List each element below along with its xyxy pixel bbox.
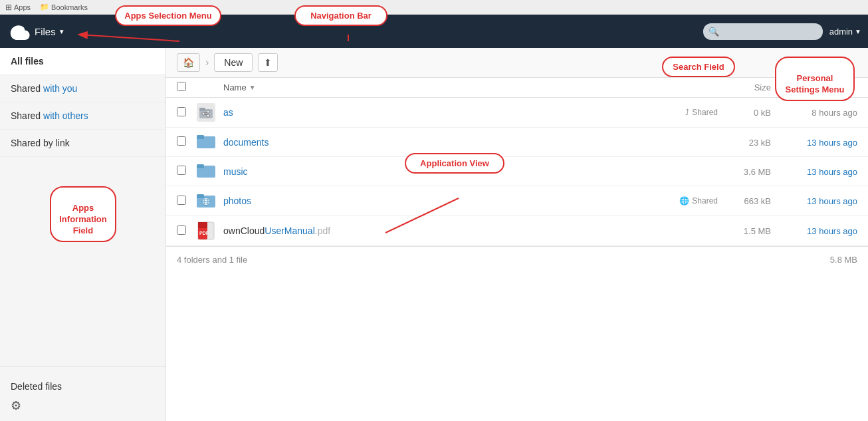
svg-rect-8 xyxy=(197,135,204,139)
row-checkbox-as[interactable] xyxy=(177,107,186,116)
table-row[interactable]: photos 🌐 Shared 663 kB 13 hours ago xyxy=(166,186,868,216)
pdf-file-icon: PDF xyxy=(197,221,215,240)
deleted-files-label: Deleted files xyxy=(11,381,62,392)
file-modified-documents: 13 hours ago xyxy=(807,138,857,148)
svg-rect-10 xyxy=(197,164,204,168)
total-size-label: 5.8 MB xyxy=(830,255,857,265)
select-all-checkbox[interactable] xyxy=(177,82,186,91)
file-size-documents: 23 kB xyxy=(749,138,771,148)
topbar-right: 🔍 admin ▼ xyxy=(703,23,861,40)
apps-superbar-label: Apps xyxy=(14,3,31,11)
file-size-photos: 663 kB xyxy=(744,196,771,206)
table-row[interactable]: documents 23 kB 13 hours ago xyxy=(166,128,868,157)
shared-badge-photos: 🌐 Shared xyxy=(638,196,718,206)
file-list-header: Name ▼ Size xyxy=(166,78,868,98)
folder-icon-documents xyxy=(197,133,215,149)
svg-point-2 xyxy=(202,112,205,115)
shared-badge-as: ⤴ Shared xyxy=(638,108,718,117)
new-button[interactable]: New xyxy=(214,53,253,72)
search-icon: 🔍 xyxy=(708,27,719,37)
sidebar-item-deleted-files[interactable]: Deleted files xyxy=(11,374,155,398)
file-count-label: 4 folders and 1 file xyxy=(177,255,247,265)
sidebar-item-shared-with-others[interactable]: Shared with others xyxy=(0,102,165,130)
sidebar-item-all-files[interactable]: All files xyxy=(0,48,165,75)
search-input[interactable] xyxy=(703,23,823,40)
upload-icon: ⬆ xyxy=(264,57,272,68)
file-size-music: 3.6 MB xyxy=(744,167,771,177)
files-dropdown-arrow: ▼ xyxy=(58,28,65,35)
svg-text:PDF: PDF xyxy=(199,231,209,235)
content-toolbar: 🏠 › New ⬆ xyxy=(166,48,868,78)
all-files-label: All files xyxy=(11,56,44,67)
admin-label-text: admin xyxy=(829,27,853,37)
bookmarks-superbar-label: Bookmarks xyxy=(51,3,88,11)
apps-superbar-item[interactable]: ⊞ Apps xyxy=(5,3,31,12)
sidebar-nav: All files Shared with you Shared with ot… xyxy=(0,48,165,366)
file-list: Name ▼ Size xyxy=(166,78,868,421)
sidebar-item-shared-by-link[interactable]: Shared by link xyxy=(0,130,165,157)
topbar: Files ▼ 🔍 admin ▼ xyxy=(0,15,868,48)
content-area: 🏠 › New ⬆ Name ▼ xyxy=(166,48,868,421)
svg-marker-21 xyxy=(198,222,207,228)
file-modified-music: 13 hours ago xyxy=(807,167,857,177)
sidebar-item-shared-with-you[interactable]: Shared with you xyxy=(0,75,165,102)
file-size-as: 0 kB xyxy=(754,108,771,118)
svg-rect-12 xyxy=(197,194,204,198)
share-icon-as: ⤴ xyxy=(685,108,689,117)
bookmarks-superbar-item[interactable]: 📁 Bookmarks xyxy=(40,3,88,11)
table-row[interactable]: PDF ownCloudUserManual.pdf 1.5 MB 13 hou… xyxy=(166,216,868,246)
search-wrap: 🔍 xyxy=(703,23,823,40)
file-name-photos[interactable]: photos xyxy=(223,196,251,206)
topbar-left: Files ▼ xyxy=(7,19,65,43)
admin-menu[interactable]: admin ▼ xyxy=(829,27,861,37)
shared-with-others-highlight: with others xyxy=(43,110,88,121)
files-label-text: Files xyxy=(35,26,56,37)
file-name-documents[interactable]: documents xyxy=(223,137,269,148)
table-row[interactable]: music 3.6 MB 13 hours ago xyxy=(166,157,868,186)
grid-icon: ⊞ xyxy=(5,3,12,12)
file-modified-pdf: 13 hours ago xyxy=(807,226,857,236)
file-name-music[interactable]: music xyxy=(223,166,248,177)
sidebar-bottom: Deleted files ⚙ xyxy=(0,366,165,421)
size-column-header: Size xyxy=(754,82,771,92)
file-modified-as: 8 hours ago xyxy=(812,108,857,118)
share-icon xyxy=(199,106,213,119)
home-button[interactable]: 🏠 xyxy=(177,53,200,72)
settings-gear[interactable]: ⚙ xyxy=(11,398,155,413)
shared-with-you-highlight: with you xyxy=(43,83,77,94)
file-size-pdf: 1.5 MB xyxy=(744,226,771,236)
breadcrumb-separator: › xyxy=(205,57,209,69)
row-checkbox-documents[interactable] xyxy=(177,136,186,146)
new-button-label: New xyxy=(224,57,243,68)
name-column-header[interactable]: Name xyxy=(223,82,247,92)
gear-icon: ⚙ xyxy=(11,399,21,412)
sidebar: All files Shared with you Shared with ot… xyxy=(0,48,166,421)
table-row[interactable]: as ⤴ Shared 0 kB 8 hours ago xyxy=(166,98,868,128)
sort-arrow: ▼ xyxy=(249,84,256,91)
svg-rect-1 xyxy=(199,108,205,111)
row-checkbox-music[interactable] xyxy=(177,166,186,175)
folder-superbar-icon: 📁 xyxy=(40,3,49,11)
owncloud-logo[interactable] xyxy=(7,19,31,43)
file-name-pdf[interactable]: ownCloudUserManual.pdf xyxy=(223,225,330,236)
files-menu[interactable]: Files ▼ xyxy=(35,26,65,37)
shared-folder-icon xyxy=(197,103,215,122)
file-name-as[interactable]: as xyxy=(223,107,233,118)
admin-dropdown-arrow: ▼ xyxy=(855,28,861,35)
superbar: ⊞ Apps 📁 Bookmarks xyxy=(0,0,868,15)
row-checkbox-photos[interactable] xyxy=(177,196,186,205)
shared-by-link-label: Shared by link xyxy=(11,138,70,148)
footer-info: 4 folders and 1 file 5.8 MB xyxy=(166,246,868,273)
upload-button[interactable]: ⬆ xyxy=(258,53,278,72)
shared-label-as: Shared xyxy=(692,108,718,117)
globe-folder-icon-photos xyxy=(197,192,215,210)
pdf-icon: PDF xyxy=(197,221,215,240)
folder-icon-music xyxy=(197,162,215,178)
shared-label-photos: Shared xyxy=(692,196,718,206)
file-modified-photos: 13 hours ago xyxy=(807,196,857,206)
row-checkbox-pdf[interactable] xyxy=(177,225,186,235)
globe-folder-svg xyxy=(197,192,215,210)
globe-icon-photos: 🌐 xyxy=(679,196,689,206)
main-layout: All files Shared with you Shared with ot… xyxy=(0,48,868,421)
